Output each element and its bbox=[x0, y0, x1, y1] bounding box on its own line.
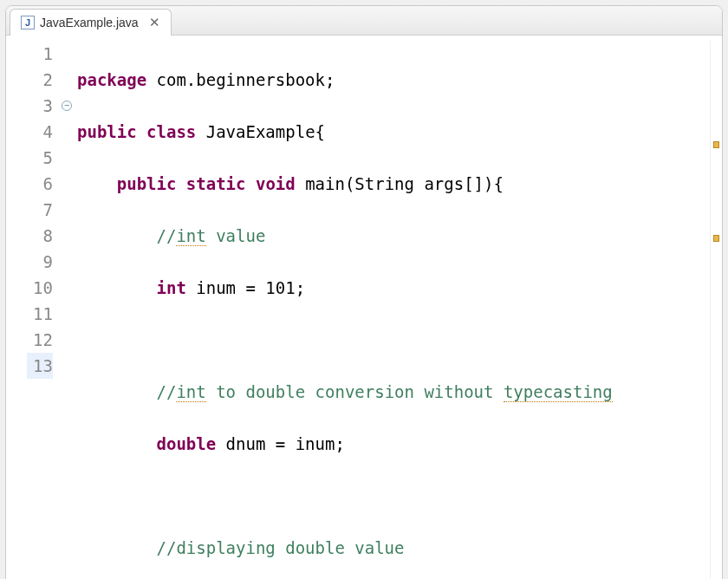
code-text: dnum = inum; bbox=[216, 434, 345, 453]
line-number: 9 bbox=[27, 249, 53, 275]
line-number: 8 bbox=[27, 223, 53, 249]
editor-tab-bar: J JavaExample.java ✕ bbox=[6, 6, 722, 36]
comment-text: // bbox=[157, 226, 177, 245]
code-line[interactable] bbox=[77, 483, 710, 509]
indent bbox=[77, 174, 117, 193]
code-line[interactable]: //int value bbox=[77, 223, 710, 249]
indent bbox=[77, 226, 157, 245]
fold-toggle-icon[interactable]: − bbox=[62, 101, 72, 111]
comment-text: to double conversion without bbox=[206, 382, 504, 401]
line-number: 11 bbox=[27, 301, 53, 327]
indent bbox=[77, 382, 157, 401]
keyword: void bbox=[256, 174, 296, 193]
keyword: class bbox=[146, 122, 196, 141]
code-content[interactable]: package com.beginnersbook; public class … bbox=[77, 41, 710, 579]
line-number: 7 bbox=[27, 197, 53, 223]
code-text: main(String args[]){ bbox=[296, 174, 504, 193]
line-number: 5 bbox=[27, 145, 53, 171]
code-line[interactable]: //int to double conversion without typec… bbox=[77, 379, 710, 405]
code-area[interactable]: 1 2 3 4 5 6 7 8 9 10 11 12 13 − package … bbox=[6, 36, 722, 579]
line-number: 3 bbox=[27, 93, 53, 119]
keyword: int bbox=[157, 278, 186, 297]
indent bbox=[77, 278, 157, 297]
overview-ruler[interactable] bbox=[710, 41, 722, 579]
java-file-icon: J bbox=[21, 16, 35, 29]
keyword: package bbox=[77, 70, 146, 89]
code-line[interactable]: package com.beginnersbook; bbox=[77, 67, 710, 93]
line-number: 1 bbox=[27, 41, 53, 67]
line-number: 4 bbox=[27, 119, 53, 145]
line-number: 6 bbox=[27, 171, 53, 197]
marker-column bbox=[6, 41, 27, 579]
keyword: public bbox=[117, 174, 177, 193]
warning-marker-icon[interactable] bbox=[713, 141, 719, 148]
close-icon[interactable]: ✕ bbox=[149, 15, 160, 30]
keyword: double bbox=[157, 434, 217, 453]
fold-column: − bbox=[62, 41, 77, 579]
comment-text: int bbox=[176, 226, 205, 246]
code-line[interactable]: //displaying double value bbox=[77, 535, 710, 561]
editor-tab-javaexample[interactable]: J JavaExample.java ✕ bbox=[10, 9, 172, 36]
editor-panel: J JavaExample.java ✕ 1 2 3 4 5 6 7 8 9 1… bbox=[5, 5, 723, 579]
code-line[interactable]: int inum = 101; bbox=[77, 275, 710, 301]
code-line[interactable]: double dnum = inum; bbox=[77, 431, 710, 457]
line-number: 13 bbox=[27, 353, 53, 379]
indent bbox=[77, 538, 157, 557]
code-text: com.beginnersbook; bbox=[146, 70, 335, 89]
warning-marker-icon[interactable] bbox=[713, 235, 719, 242]
code-text: inum = 101; bbox=[186, 278, 305, 297]
editor-tab-label: JavaExample.java bbox=[40, 16, 139, 29]
comment-text: int bbox=[176, 382, 205, 402]
comment-text: value bbox=[206, 226, 266, 245]
line-number: 2 bbox=[27, 67, 53, 93]
code-text: JavaExample{ bbox=[196, 122, 325, 141]
line-number-gutter: 1 2 3 4 5 6 7 8 9 10 11 12 13 bbox=[27, 41, 62, 579]
line-number: 10 bbox=[27, 275, 53, 301]
comment-text: // bbox=[157, 382, 177, 401]
comment-text: typecasting bbox=[504, 382, 613, 402]
code-line[interactable]: public class JavaExample{ bbox=[77, 119, 710, 145]
line-number: 12 bbox=[27, 327, 53, 353]
keyword: public bbox=[77, 122, 137, 141]
code-line[interactable] bbox=[77, 327, 710, 353]
code-line[interactable]: public static void main(String args[]){ bbox=[77, 171, 710, 197]
keyword: static bbox=[186, 174, 246, 193]
indent bbox=[77, 434, 157, 453]
comment-text: //displaying double value bbox=[157, 538, 405, 557]
